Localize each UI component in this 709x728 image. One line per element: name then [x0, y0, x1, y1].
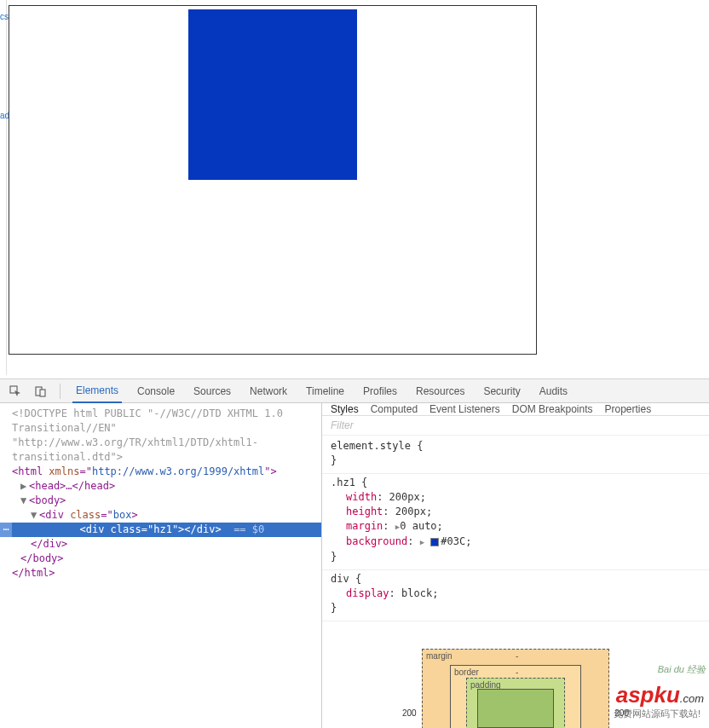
subtab-dom-breakpoints[interactable]: DOM Breakpoints — [512, 403, 593, 415]
styles-subtabs: Styles Computed Event Listeners DOM Brea… — [322, 403, 709, 416]
tab-security[interactable]: Security — [480, 380, 523, 402]
doctype-line: Transitional//EN" — [0, 421, 321, 436]
body-open[interactable]: ▼<body> — [0, 494, 321, 508]
tab-audits[interactable]: Audits — [536, 380, 571, 402]
box-model-left: 200 — [402, 708, 417, 718]
watermark-cn: 免费网站源码下载站! — [614, 708, 700, 720]
tab-resources[interactable]: Resources — [412, 380, 468, 402]
html-open[interactable]: <html xmlns="http://www.w3.org/1999/xhtm… — [0, 465, 321, 479]
head-node[interactable]: ▶<head>…</head> — [0, 479, 321, 494]
color-swatch-icon[interactable] — [430, 538, 439, 546]
subtab-properties[interactable]: Properties — [604, 403, 651, 415]
border-label: border — [454, 667, 479, 677]
box-div-open[interactable]: ▼<div class="box> — [0, 508, 321, 523]
tab-sources[interactable]: Sources — [190, 380, 234, 402]
doctype-line: <!DOCTYPE html PUBLIC "-//W3C//DTD XHTML… — [0, 407, 321, 421]
dom-tree[interactable]: <!DOCTYPE html PUBLIC "-//W3C//DTD XHTML… — [0, 403, 322, 728]
hz1-box — [188, 9, 357, 180]
rendered-viewport — [9, 5, 537, 355]
html-close[interactable]: </html> — [0, 566, 321, 581]
device-icon[interactable] — [34, 384, 48, 398]
styles-pane: Styles Computed Event Listeners DOM Brea… — [322, 403, 709, 728]
rule-div[interactable]: div { display: block; } — [322, 570, 709, 621]
inspect-icon[interactable] — [9, 384, 22, 398]
devtools-toolbar: Elements Console Sources Network Timelin… — [0, 379, 709, 403]
tab-network[interactable]: Network — [246, 380, 291, 402]
subtab-computed[interactable]: Computed — [371, 403, 418, 415]
styles-filter[interactable]: Filter — [322, 416, 709, 436]
subtab-event-listeners[interactable]: Event Listeners — [429, 403, 500, 415]
gutter-mark: cs — [0, 12, 9, 21]
devtools-panes: <!DOCTYPE html PUBLIC "-//W3C//DTD XHTML… — [0, 403, 709, 728]
subtab-styles[interactable]: Styles — [331, 403, 359, 415]
doctype-line: "http://www.w3.org/TR/xhtml1/DTD/xhtml1- — [0, 436, 321, 450]
rule-element-style[interactable]: element.style { } — [322, 437, 709, 474]
tab-profiles[interactable]: Profiles — [360, 380, 401, 402]
svg-rect-2 — [40, 390, 45, 396]
padding-label: padding — [470, 680, 501, 690]
expand-icon[interactable]: ▶ — [420, 538, 424, 546]
tab-timeline[interactable]: Timeline — [303, 380, 348, 402]
rule-hz1[interactable]: .hz1 { width: 200px; height: 200px; marg… — [322, 474, 709, 570]
doctype-line: transitional.dtd"> — [0, 450, 321, 465]
tab-elements[interactable]: Elements — [72, 379, 122, 403]
box-model-content — [477, 689, 554, 728]
devtools-panel: Elements Console Sources Network Timelin… — [0, 378, 709, 728]
tab-console[interactable]: Console — [134, 380, 178, 402]
box-div-close[interactable]: </div> — [0, 537, 321, 552]
css-rules: element.style { } .hz1 { width: 200px; h… — [322, 436, 709, 623]
margin-label: margin — [426, 651, 452, 661]
selected-hz1-div[interactable]: ⋯ <div class="hz1"></div> == $0 — [0, 523, 321, 537]
left-gutter: cs ad — [0, 0, 7, 375]
body-close[interactable]: </body> — [0, 552, 321, 566]
